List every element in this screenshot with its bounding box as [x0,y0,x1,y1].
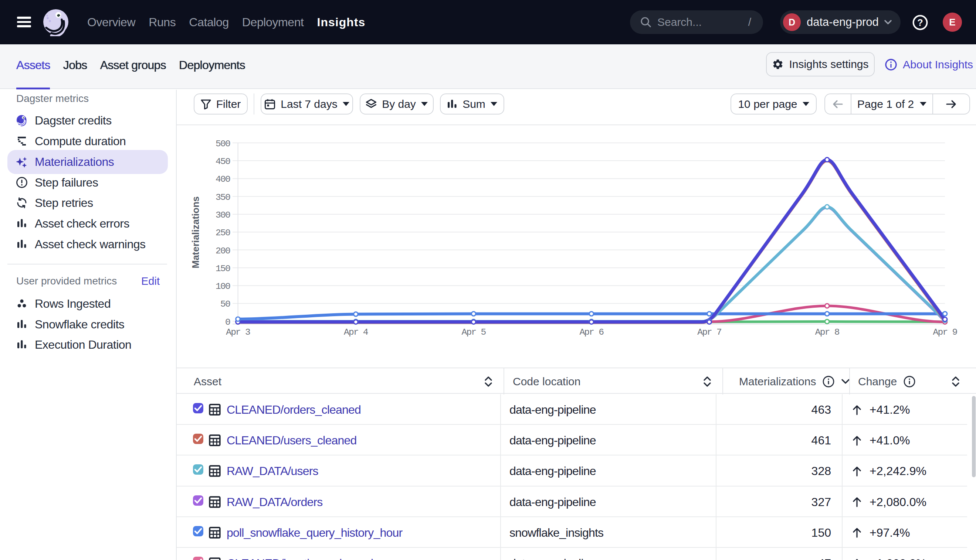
svg-text:Apr 8: Apr 8 [815,327,840,337]
svg-text:Apr 6: Apr 6 [579,327,604,337]
svg-text:Materializations: Materializations [190,196,201,268]
svg-text:450: 450 [216,157,230,167]
svg-text:0: 0 [225,317,230,327]
svg-text:Apr 7: Apr 7 [697,327,721,337]
svg-text:Apr 3: Apr 3 [226,327,250,337]
svg-text:Apr 9: Apr 9 [933,327,958,337]
svg-text:200: 200 [216,246,230,256]
svg-text:150: 150 [216,264,230,274]
svg-text:400: 400 [216,174,230,184]
svg-text:Apr 4: Apr 4 [344,327,368,337]
svg-text:350: 350 [216,192,230,202]
svg-text:50: 50 [221,299,230,309]
svg-text:500: 500 [216,139,230,149]
svg-text:Apr 5: Apr 5 [462,327,486,337]
svg-text:100: 100 [216,282,230,292]
svg-text:300: 300 [216,210,230,220]
svg-text:?: ? [917,17,923,28]
svg-text:250: 250 [216,228,230,238]
